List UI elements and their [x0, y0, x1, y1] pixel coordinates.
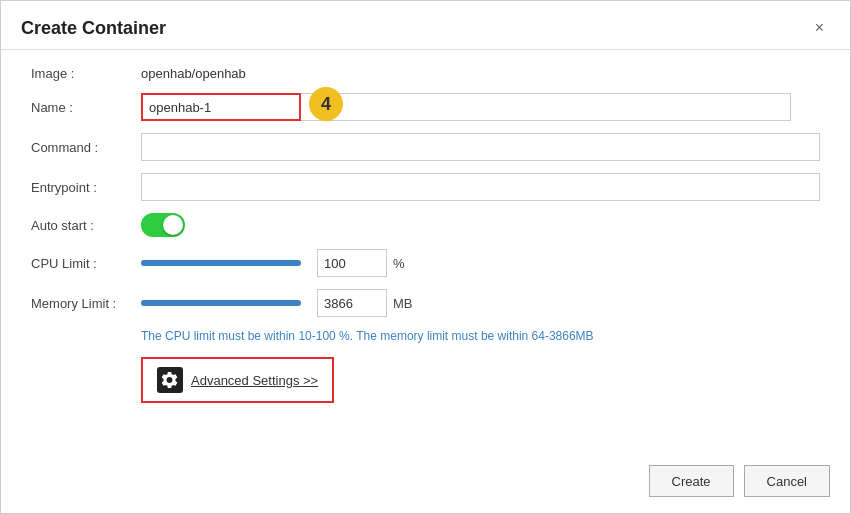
cpu-label: CPU Limit :	[31, 256, 141, 271]
entrypoint-input[interactable]	[141, 173, 820, 201]
memory-unit: MB	[393, 296, 413, 311]
limit-hint: The CPU limit must be within 10-100 %. T…	[141, 329, 820, 343]
advanced-settings-button[interactable]: Advanced Settings >>	[141, 357, 334, 403]
command-label: Command :	[31, 140, 141, 155]
memory-slider-fill	[141, 300, 301, 306]
dialog-body: Image : openhab/openhab Name : 4 Command…	[1, 50, 850, 419]
cpu-slider-track[interactable]	[141, 260, 301, 266]
image-label: Image :	[31, 66, 141, 81]
dialog-header: Create Container ×	[1, 1, 850, 50]
entrypoint-label: Entrypoint :	[31, 180, 141, 195]
toggle-track	[141, 213, 185, 237]
create-button[interactable]: Create	[649, 465, 734, 497]
cpu-slider-fill	[141, 260, 301, 266]
dialog-title: Create Container	[21, 18, 166, 39]
entrypoint-row: Entrypoint :	[31, 173, 820, 201]
close-button[interactable]: ×	[809, 17, 830, 39]
memory-limit-row: Memory Limit : MB	[31, 289, 820, 317]
autostart-toggle[interactable]	[141, 213, 185, 237]
create-container-dialog: Create Container × Image : openhab/openh…	[0, 0, 851, 514]
cancel-button[interactable]: Cancel	[744, 465, 830, 497]
image-value: openhab/openhab	[141, 66, 246, 81]
memory-slider-track[interactable]	[141, 300, 301, 306]
dialog-footer: Create Cancel	[649, 465, 831, 497]
cpu-unit: %	[393, 256, 405, 271]
toggle-thumb	[163, 215, 183, 235]
name-input-extension[interactable]	[301, 93, 791, 121]
cpu-value-input[interactable]	[317, 249, 387, 277]
gear-icon	[157, 367, 183, 393]
autostart-label: Auto start :	[31, 218, 141, 233]
memory-value-input[interactable]	[317, 289, 387, 317]
command-input[interactable]	[141, 133, 820, 161]
cpu-limit-row: CPU Limit : %	[31, 249, 820, 277]
image-row: Image : openhab/openhab	[31, 66, 820, 81]
step-badge: 4	[309, 87, 343, 121]
name-row: Name : 4	[31, 93, 820, 121]
name-label: Name :	[31, 100, 141, 115]
command-row: Command :	[31, 133, 820, 161]
advanced-settings-label: Advanced Settings >>	[191, 373, 318, 388]
name-input[interactable]	[141, 93, 301, 121]
memory-label: Memory Limit :	[31, 296, 141, 311]
autostart-row: Auto start :	[31, 213, 820, 237]
